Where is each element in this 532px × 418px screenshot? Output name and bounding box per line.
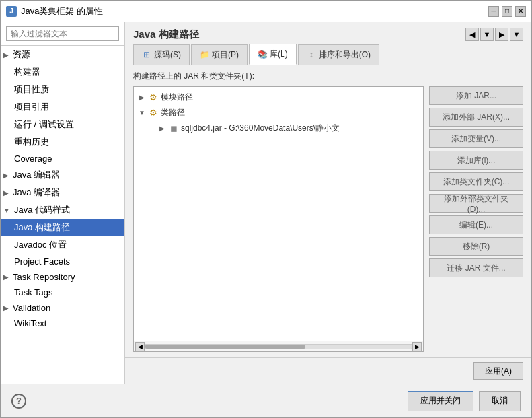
window-icon: J [6,6,17,17]
bottom-bar: 应用(A) [125,357,531,384]
sidebar-item-label: 项目引用 [14,101,49,113]
arrow-icon: ▼ [3,207,10,214]
main-header: Java 构建路径 ◀ ▼ ▶ ▼ [125,22,531,44]
page-title: Java 构建路径 [133,28,199,41]
back-dropdown-button[interactable]: ▼ [480,28,494,41]
sidebar-item-label: 构建器 [14,66,40,78]
sidebar-item-java-build-path[interactable]: Java 构建路径 [1,219,124,236]
tree-area: ▶ ⚙ 模块路径 ▼ ⚙ 类路径 [133,86,424,352]
minimize-button[interactable]: ─ [488,6,499,17]
sidebar-item-run-debug[interactable]: 运行 / 调试设置 [1,116,124,133]
title-bar: J Java类集框架 的属性 ─ □ ✕ [1,1,531,22]
sidebar-item-label: Javadoc 位置 [14,239,67,251]
scroll-right-button[interactable]: ▶ [412,342,422,351]
library-icon: 📚 [258,50,267,59]
remove-button[interactable]: 移除(R) [429,237,523,256]
sidebar-item-builder[interactable]: 构建器 [1,63,124,81]
jar-icon: ◼ [168,123,179,134]
sidebar-item-refactor-history[interactable]: 重构历史 [1,133,124,151]
sidebar-item-java-editor[interactable]: ▶ Java 编辑器 [1,166,124,184]
maximize-button[interactable]: □ [502,6,512,17]
sidebar-item-label: 运行 / 调试设置 [14,118,74,131]
back-button[interactable]: ◀ [465,28,479,41]
sidebar-item-coverage[interactable]: Coverage [1,151,124,166]
sidebar-item-label: Java 编辑器 [13,169,60,181]
sidebar-item-java-compiler[interactable]: ▶ Java 编译器 [1,184,124,201]
scrollbar-thumb [145,345,305,349]
sidebar-filter-area [1,22,124,46]
scroll-left-button[interactable]: ◀ [135,342,145,351]
sidebar-item-label: 重构历史 [14,136,49,148]
footer: ? 应用并关闭 取消 [1,384,531,417]
apply-close-button[interactable]: 应用并关闭 [408,391,473,411]
sidebar-item-task-tags[interactable]: Task Tags [1,285,124,300]
sidebar-item-task-repository[interactable]: ▶ Task Repository [1,269,124,285]
sidebar-item-java-code-style[interactable]: ▼ Java 代码样式 [1,201,124,219]
tree-node-label: sqljdbc4.jar - G:\360MoveData\Users\静小文 [181,123,340,134]
arrow-icon: ▶ [3,304,9,312]
sidebar: ▶ 资源 构建器 项目性质 项目引用 运行 / 调试设置 重构历史 [1,22,125,384]
content-area: ▶ 资源 构建器 项目性质 项目引用 运行 / 调试设置 重构历史 [1,22,531,384]
add-external-jar-button[interactable]: 添加外部 JAR(X)... [429,108,523,127]
sidebar-item-label: Task Repository [13,272,75,282]
sidebar-item-project-properties[interactable]: 项目性质 [1,81,124,98]
gear-icon: ⚙ [148,92,159,103]
tab-source[interactable]: ⊞ 源码(S) [133,44,190,65]
tab-label: 排序和导出(O) [319,49,371,61]
add-external-class-folder-button[interactable]: 添加外部类文件夹(D)... [429,194,523,213]
cancel-button[interactable]: 取消 [479,391,521,411]
order-icon: ↕ [307,50,316,59]
sidebar-item-label: Validation [13,303,50,313]
sidebar-item-label: Java 代码样式 [14,204,70,216]
sidebar-item-javadoc-location[interactable]: Javadoc 位置 [1,236,124,254]
main-panel: Java 构建路径 ◀ ▼ ▶ ▼ ⊞ 源码(S) 📁 项目(P) [125,22,531,384]
expand-icon: ▶ [138,94,146,102]
add-library-button[interactable]: 添加库(i)... [429,151,523,170]
tree-node-class-path[interactable]: ▼ ⚙ 类路径 [134,105,423,120]
apply-button[interactable]: 应用(A) [473,362,523,380]
sidebar-item-label: 项目性质 [14,83,49,96]
content-label: 构建路径上的 JAR 和类文件夹(T): [133,71,523,82]
tab-label: 库(L) [270,48,288,60]
tree-scrollbar: ◀ ▶ [134,341,423,351]
add-jar-button[interactable]: 添加 JAR... [429,86,523,105]
tab-order[interactable]: ↕ 排序和导出(O) [298,44,379,65]
sidebar-item-wikitext[interactable]: WikiText [1,316,124,331]
sidebar-item-label: Coverage [14,153,52,164]
arrow-icon: ▶ [3,51,9,59]
close-button[interactable]: ✕ [515,6,526,17]
tab-projects[interactable]: 📁 项目(P) [191,44,248,65]
migrate-jar-button[interactable]: 迁移 JAR 文件... [429,258,523,277]
sidebar-item-label: WikiText [14,318,46,328]
help-button[interactable]: ? [11,394,26,409]
sidebar-item-label: 资源 [13,48,30,61]
sidebar-item-project-facets[interactable]: Project Facets [1,254,124,269]
tree-node-sqljdbc4[interactable]: ▶ ◼ sqljdbc4.jar - G:\360MoveData\Users\… [134,120,423,136]
arrow-icon: ▶ [3,273,9,281]
main-content: 构建路径上的 JAR 和类文件夹(T): ▶ ⚙ 模块路径 [125,65,531,357]
sidebar-item-project-references[interactable]: 项目引用 [1,98,124,116]
edit-button[interactable]: 编辑(E)... [429,215,523,234]
arrow-icon: ▶ [3,189,9,197]
add-variable-button[interactable]: 添加变量(V)... [429,129,523,148]
forward-button[interactable]: ▶ [495,28,508,41]
tab-libraries[interactable]: 📚 库(L) [249,44,297,65]
expand-icon: ▶ [158,125,166,133]
sidebar-item-resources[interactable]: ▶ 资源 [1,46,124,63]
tree-node-label: 模块路径 [161,92,193,103]
forward-dropdown-button[interactable]: ▼ [510,28,523,41]
sidebar-items-list: ▶ 资源 构建器 项目性质 项目引用 运行 / 调试设置 重构历史 [1,46,124,384]
window-title: Java类集框架 的属性 [21,5,103,18]
filter-input[interactable] [6,26,119,41]
main-window: J Java类集框架 的属性 ─ □ ✕ ▶ 资源 构建器 [0,0,532,418]
nav-arrows: ◀ ▼ ▶ ▼ [465,28,523,41]
add-class-folder-button[interactable]: 添加类文件夹(C)... [429,172,523,191]
title-bar-controls: ─ □ ✕ [488,6,526,17]
sidebar-item-label: Java 编译器 [13,186,60,199]
tree-node-module-path[interactable]: ▶ ⚙ 模块路径 [134,90,423,105]
expand-icon: ▼ [138,109,146,117]
tab-label: 源码(S) [154,49,181,61]
tabs-bar: ⊞ 源码(S) 📁 项目(P) 📚 库(L) ↕ 排序和导出(O) [125,44,531,65]
sidebar-item-validation[interactable]: ▶ Validation [1,300,124,316]
scrollbar-track[interactable] [145,344,412,349]
